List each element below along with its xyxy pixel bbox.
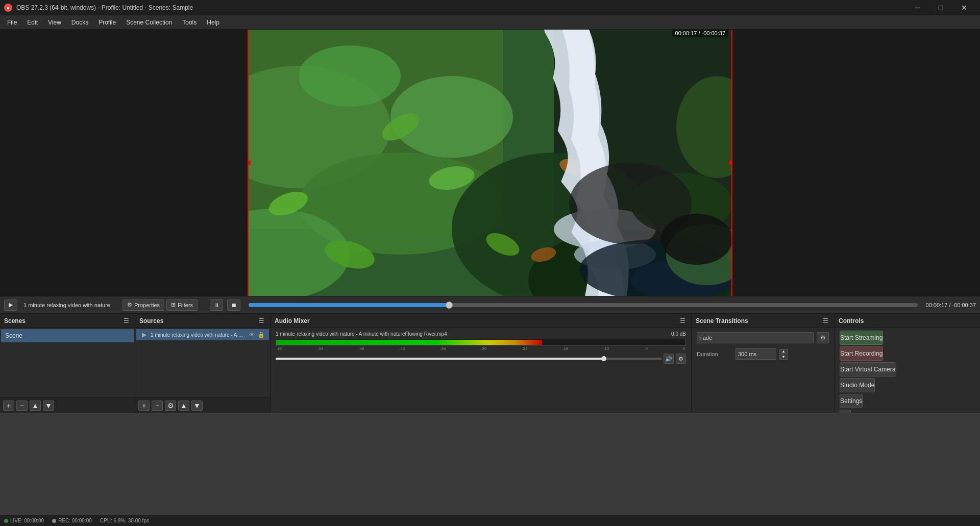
menu-profile[interactable]: Profile bbox=[93, 17, 121, 28]
close-button[interactable]: ✕ bbox=[952, 0, 976, 15]
audio-track-name: 1 minute relaxing video with nature - A … bbox=[276, 331, 447, 337]
live-dot bbox=[4, 519, 8, 523]
preview-image bbox=[248, 30, 732, 296]
volume-slider[interactable] bbox=[276, 358, 662, 360]
sources-footer: + − ⚙ ▲ ▼ bbox=[135, 397, 270, 413]
properties-button[interactable]: ⚙ Properties bbox=[122, 299, 164, 311]
sources-panel: Sources ☰ ▶ 1 minute relaxing video with… bbox=[135, 314, 271, 413]
play-button[interactable]: ▶ bbox=[4, 299, 17, 311]
filter-icon: ⊞ bbox=[171, 302, 176, 308]
move-scene-up-button[interactable]: ▲ bbox=[30, 400, 41, 411]
exit-button[interactable]: Exit bbox=[840, 410, 851, 413]
add-source-button[interactable]: + bbox=[138, 400, 150, 411]
audio-controls: 🔊 ⚙ bbox=[276, 354, 686, 364]
duration-increment-button[interactable]: ▲ bbox=[779, 349, 788, 354]
menu-scene-collection[interactable]: Scene Collection bbox=[121, 17, 177, 28]
gear-icon: ⚙ bbox=[127, 302, 132, 308]
seek-bar-fill bbox=[249, 303, 449, 307]
seek-handle[interactable] bbox=[446, 302, 453, 309]
menu-edit[interactable]: Edit bbox=[22, 17, 43, 28]
play-icon: ▶ bbox=[140, 331, 148, 338]
start-virtual-camera-button[interactable]: Start Virtual Camera bbox=[840, 362, 896, 377]
move-scene-down-button[interactable]: ▼ bbox=[43, 400, 54, 411]
menu-help[interactable]: Help bbox=[202, 17, 225, 28]
transitions-content: Fade Cut Swipe Slide ⚙ Duration ▲ ▼ bbox=[692, 328, 834, 413]
rec-status: REC: 00:00:00 bbox=[52, 518, 92, 523]
menu-bar: File Edit View Docks Profile Scene Colle… bbox=[0, 15, 980, 30]
svg-point-7 bbox=[299, 45, 401, 107]
transition-settings-button[interactable]: ⚙ bbox=[817, 332, 829, 343]
audio-mixer-panel: Audio Mixer ☰ 1 minute relaxing video wi… bbox=[271, 314, 692, 413]
controls-panel: Controls Start Streaming Start Recording… bbox=[835, 314, 980, 413]
controls-title: Controls bbox=[839, 317, 864, 324]
maximize-button[interactable]: □ bbox=[929, 0, 952, 15]
scene-item[interactable]: Scene bbox=[1, 329, 134, 342]
seek-bar[interactable] bbox=[249, 303, 917, 307]
menu-docks[interactable]: Docks bbox=[66, 17, 93, 28]
title-bar: ● OBS 27.2.3 (64-bit, windows) - Profile… bbox=[0, 0, 980, 15]
audio-scale: -60 -54 -48 -42 -36 -30 -24 -18 -12 -6 0 bbox=[276, 346, 686, 352]
audio-meter-fill bbox=[276, 340, 542, 345]
preview-area: 00:00:17 / -00:00:37 bbox=[0, 30, 980, 296]
scenes-menu-button[interactable]: ☰ bbox=[121, 316, 131, 325]
audio-mixer-header: Audio Mixer ☰ bbox=[271, 314, 691, 328]
studio-mode-button[interactable]: Studio Mode bbox=[840, 378, 875, 392]
menu-view[interactable]: View bbox=[43, 17, 66, 28]
audio-settings-button[interactable]: ⚙ bbox=[676, 354, 686, 364]
transition-type-select[interactable]: Fade Cut Swipe Slide bbox=[697, 332, 814, 343]
filters-button[interactable]: ⊞ Filters bbox=[166, 299, 198, 311]
transitions-menu-button[interactable]: ☰ bbox=[821, 316, 830, 325]
audio-meter bbox=[276, 339, 686, 346]
visibility-icon[interactable]: 👁 bbox=[249, 332, 255, 338]
lock-icon[interactable]: 🔒 bbox=[258, 332, 265, 338]
main-content: 00:00:17 / -00:00:37 ▶ 1 minute relaxing… bbox=[0, 30, 980, 526]
live-label: LIVE: 00:00:00 bbox=[10, 518, 44, 523]
preview-canvas: 00:00:17 / -00:00:37 bbox=[248, 30, 732, 296]
source-item[interactable]: ▶ 1 minute relaxing video with nature - … bbox=[136, 329, 269, 340]
live-status: LIVE: 00:00:00 bbox=[4, 518, 44, 523]
audio-mixer-menu-button[interactable]: ☰ bbox=[678, 316, 687, 325]
add-scene-button[interactable]: + bbox=[3, 400, 14, 411]
scenes-panel-title: Scenes bbox=[4, 317, 26, 324]
sources-panel-title: Sources bbox=[139, 317, 163, 324]
start-streaming-button[interactable]: Start Streaming bbox=[840, 331, 883, 345]
rec-label: REC: 00:00:00 bbox=[58, 518, 92, 523]
volume-handle[interactable] bbox=[601, 356, 606, 361]
audio-mixer-title: Audio Mixer bbox=[275, 317, 310, 324]
remove-source-button[interactable]: − bbox=[152, 400, 163, 411]
duration-input[interactable] bbox=[736, 348, 776, 360]
minimize-button[interactable]: ─ bbox=[905, 0, 929, 15]
settings-button[interactable]: Settings bbox=[840, 394, 863, 408]
start-recording-button[interactable]: Start Recording bbox=[840, 346, 883, 361]
transition-duration-row: Duration ▲ ▼ bbox=[693, 346, 833, 362]
duration-decrement-button[interactable]: ▼ bbox=[779, 355, 788, 360]
controls-header: Controls bbox=[835, 314, 980, 328]
source-settings-button[interactable]: ⚙ bbox=[165, 400, 176, 411]
duration-spinners: ▲ ▼ bbox=[779, 349, 788, 360]
remove-scene-button[interactable]: − bbox=[16, 400, 28, 411]
duration-label: Duration bbox=[697, 351, 732, 357]
scenes-list: Scene bbox=[0, 328, 135, 397]
move-source-up-button[interactable]: ▲ bbox=[178, 400, 189, 411]
pause-button[interactable]: ⏸ bbox=[210, 299, 223, 311]
cpu-label: CPU: 6.8%, 30.00 fps bbox=[100, 518, 149, 523]
stop-button[interactable]: ⏹ bbox=[227, 299, 240, 311]
mute-button[interactable]: 🔊 bbox=[664, 354, 674, 364]
audio-tracks-list: 1 minute relaxing video with nature - A … bbox=[271, 328, 691, 413]
time-remaining: 00:00:17 / -00:00:37 bbox=[926, 302, 976, 308]
title-bar-left: ● OBS 27.2.3 (64-bit, windows) - Profile… bbox=[4, 4, 193, 12]
preview-video bbox=[248, 30, 732, 296]
volume-fill bbox=[276, 358, 604, 360]
scenes-panel: Scenes ☰ Scene + − ▲ ▼ bbox=[0, 314, 135, 413]
media-title: 1 minute relaxing video with nature bbox=[23, 302, 110, 308]
bottom-panel: Scenes ☰ Scene + − ▲ ▼ Sources ☰ ▶ bbox=[0, 313, 980, 413]
sources-menu-button[interactable]: ☰ bbox=[257, 316, 266, 325]
scene-transitions-panel: Scene Transitions ☰ Fade Cut Swipe Slide… bbox=[692, 314, 835, 413]
app-icon: ● bbox=[4, 4, 12, 12]
sources-panel-header: Sources ☰ bbox=[135, 314, 270, 328]
transitions-title: Scene Transitions bbox=[696, 317, 748, 324]
move-source-down-button[interactable]: ▼ bbox=[191, 400, 203, 411]
menu-file[interactable]: File bbox=[2, 17, 22, 28]
audio-db-level: 0.0 dB bbox=[671, 331, 686, 337]
menu-tools[interactable]: Tools bbox=[177, 17, 202, 28]
